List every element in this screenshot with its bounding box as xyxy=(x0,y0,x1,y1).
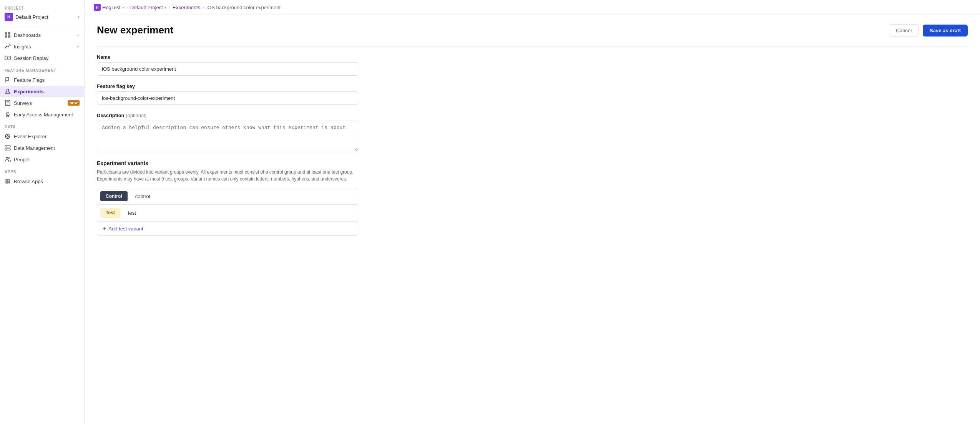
svg-point-11 xyxy=(7,114,8,114)
flag-key-input[interactable] xyxy=(97,91,358,105)
plus-icon: + xyxy=(103,225,106,232)
svg-rect-2 xyxy=(5,35,7,38)
svg-rect-0 xyxy=(5,32,7,35)
header-actions: Cancel Save as draft xyxy=(889,24,968,37)
variants-title: Experiment variants xyxy=(97,160,358,166)
breadcrumb-sep-2: › xyxy=(169,5,170,10)
breadcrumb-section[interactable]: Experiments xyxy=(173,5,200,10)
feature-flags-label: Feature Flags xyxy=(14,77,80,83)
early-access-label: Early Access Management xyxy=(14,112,80,118)
breadcrumb-current: iOS background color experiment xyxy=(206,5,281,10)
event-explorer-icon xyxy=(5,133,11,139)
people-label: People xyxy=(14,157,80,162)
svg-point-13 xyxy=(7,136,8,137)
svg-point-29 xyxy=(8,181,10,182)
experiments-label: Experiments xyxy=(14,89,80,94)
test-variant-row: Test xyxy=(97,205,358,221)
project-section: PROJECT H Default Project ▾ xyxy=(0,5,84,26)
chevron-down-icon: ▾ xyxy=(78,15,80,19)
flag-key-field-group: Feature flag key xyxy=(97,83,358,105)
event-explorer-label: Event Explorer xyxy=(14,134,80,139)
svg-point-22 xyxy=(6,157,8,159)
sidebar-item-event-explorer[interactable]: Event Explorer xyxy=(0,131,84,142)
apps-icon xyxy=(5,178,11,184)
people-icon xyxy=(5,156,11,162)
description-field-group: Description (optional) xyxy=(97,113,358,152)
variants-container: Control Test + Add test variant xyxy=(97,188,358,236)
data-section-label: DATA xyxy=(0,120,84,131)
page-title: New experiment xyxy=(97,24,173,36)
section-breadcrumb-name: Experiments xyxy=(173,5,200,10)
feature-management-section-label: FEATURE MANAGEMENT xyxy=(0,64,84,74)
project-selector[interactable]: H Default Project ▾ xyxy=(5,13,80,21)
plus-icon[interactable]: + xyxy=(76,32,80,38)
project-label: PROJECT xyxy=(5,6,80,10)
breadcrumb-sep-3: › xyxy=(203,5,204,10)
svg-point-25 xyxy=(7,179,8,181)
surveys-icon xyxy=(5,100,11,106)
sidebar-item-early-access[interactable]: Early Access Management xyxy=(0,109,84,120)
experiments-icon xyxy=(5,88,11,94)
cancel-button[interactable]: Cancel xyxy=(889,24,919,37)
svg-point-32 xyxy=(8,182,10,184)
surveys-label: Surveys xyxy=(14,100,65,106)
test-badge: Test xyxy=(100,208,120,218)
description-label: Description (optional) xyxy=(97,113,358,118)
sidebar-item-people[interactable]: People xyxy=(0,154,84,165)
svg-point-24 xyxy=(5,179,7,181)
sidebar-item-feature-flags[interactable]: Feature Flags xyxy=(0,74,84,86)
control-variant-row: Control xyxy=(97,188,358,205)
optional-label: (optional) xyxy=(126,113,146,118)
topbar: H HogTest ▾ › Default Project ▾ › Experi… xyxy=(85,0,980,15)
test-variant-input[interactable] xyxy=(123,207,358,219)
sidebar-item-dashboards[interactable]: Dashboards + xyxy=(0,29,84,41)
sidebar-item-data-management[interactable]: Data Management xyxy=(0,142,84,154)
svg-point-27 xyxy=(5,181,7,182)
org-name: HogTest xyxy=(102,5,121,10)
sidebar-item-browse-apps[interactable]: Browse Apps xyxy=(0,176,84,187)
session-replay-icon xyxy=(5,55,11,61)
flag-key-label: Feature flag key xyxy=(97,83,358,89)
sidebar-item-experiments[interactable]: Experiments xyxy=(0,86,84,97)
breadcrumb-org[interactable]: H HogTest ▾ xyxy=(94,4,124,11)
variants-desc: Participants are divided into variant gr… xyxy=(97,169,358,182)
apps-section-label: APPS xyxy=(0,165,84,176)
breadcrumb-project[interactable]: Default Project ▾ xyxy=(130,5,166,10)
experiment-form: Name Feature flag key Description (optio… xyxy=(97,54,358,236)
svg-point-28 xyxy=(7,181,8,182)
sidebar-item-insights[interactable]: Insights + xyxy=(0,41,84,52)
svg-point-31 xyxy=(7,182,8,184)
project-breadcrumb-name: Default Project xyxy=(130,5,163,10)
org-avatar: H xyxy=(94,4,101,11)
breadcrumb-sep-1: › xyxy=(126,5,128,10)
flag-icon xyxy=(5,77,11,83)
insights-label: Insights xyxy=(14,44,73,50)
data-management-label: Data Management xyxy=(14,145,80,151)
control-variant-input[interactable] xyxy=(131,190,358,203)
sidebar-item-session-replay[interactable]: Session Replay xyxy=(0,52,84,64)
new-badge: NEW xyxy=(68,100,80,106)
name-input[interactable] xyxy=(97,62,358,76)
svg-rect-3 xyxy=(8,35,10,38)
add-variant-button[interactable]: + Add test variant xyxy=(97,221,358,235)
variants-section: Experiment variants Participants are div… xyxy=(97,160,358,236)
insights-icon xyxy=(5,43,11,50)
svg-point-23 xyxy=(8,157,10,159)
browse-apps-label: Browse Apps xyxy=(14,179,80,184)
session-replay-label: Session Replay xyxy=(14,55,80,61)
page-header: New experiment Cancel Save as draft xyxy=(97,24,968,37)
main-content: H HogTest ▾ › Default Project ▾ › Experi… xyxy=(85,0,980,424)
chevron-down-icon: ▾ xyxy=(122,5,124,10)
breadcrumb: H HogTest ▾ › Default Project ▾ › Experi… xyxy=(94,4,281,11)
save-as-draft-button[interactable]: Save as draft xyxy=(923,25,968,36)
svg-point-30 xyxy=(5,182,7,184)
description-textarea[interactable] xyxy=(97,121,358,151)
data-management-icon xyxy=(5,145,11,151)
rocket-icon xyxy=(5,111,11,118)
name-field-group: Name xyxy=(97,54,358,76)
project-avatar: H xyxy=(5,13,13,21)
sidebar-item-surveys[interactable]: Surveys NEW xyxy=(0,97,84,109)
divider xyxy=(97,46,968,46)
chevron-down-icon: ▾ xyxy=(164,5,166,10)
plus-icon[interactable]: + xyxy=(76,43,80,50)
